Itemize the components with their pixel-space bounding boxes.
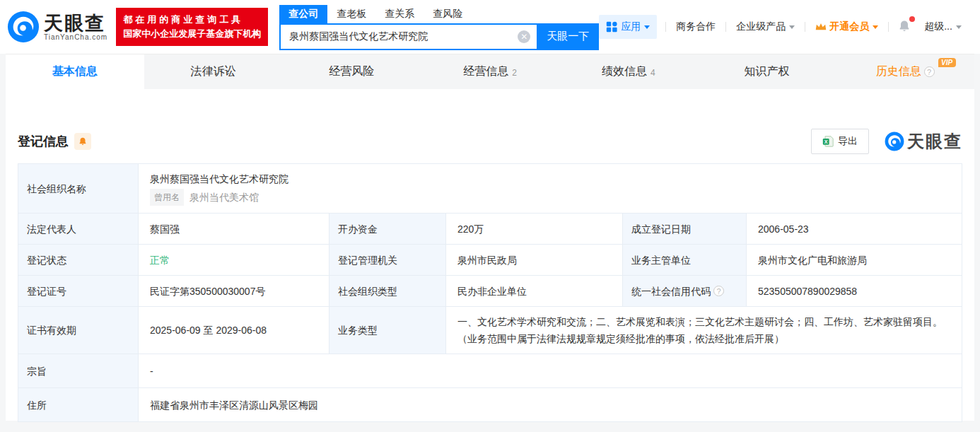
tab-label: 历史信息 [876,64,921,79]
label-reg-status: 登记状态 [18,245,139,276]
search-tab-boss[interactable]: 查老板 [327,5,375,23]
export-label: 导出 [838,135,858,148]
tianyancha-logo-icon [7,11,40,43]
value-capital: 220万 [446,214,623,245]
tianyancha-logo[interactable]: 天眼查 TianYanCha.com [7,11,107,43]
tab-label: 知识产权 [744,64,789,79]
chevron-down-icon [789,25,795,29]
vip-badge: VIP [938,58,956,67]
tab-label: 经营信息 [463,64,508,79]
search-button[interactable]: 天眼一下 [537,23,599,50]
label-business-type: 业务类型 [329,307,446,354]
org-name-text: 泉州蔡国强当代文化艺术研究院 [150,171,288,187]
value-reg-status: 正常 [139,245,329,276]
search-tab-risk[interactable]: 查风险 [424,5,472,23]
divider [805,22,805,32]
enterprise-menu[interactable]: 企业级产品 [729,21,802,33]
credit-code-label-text: 统一社会信用代码 [631,284,711,299]
value-cert-no: 民证字第350500030007号 [139,276,329,307]
tab-legal-proceedings[interactable]: 法律诉讼 [144,54,283,89]
chevron-down-icon [956,25,962,29]
tab-performance-info[interactable]: 绩效信息 4 [559,54,698,89]
label-org-name: 社会组织名称 [18,164,139,214]
tab-intellectual-property[interactable]: 知识产权 [698,54,836,89]
label-purpose: 宗旨 [18,354,139,388]
business-coop-link[interactable]: 商务合作 [669,21,723,33]
question-circle-icon[interactable]: ? [713,286,724,296]
tab-count: 2 [512,68,517,78]
search-input[interactable] [279,23,537,50]
clear-icon[interactable]: ✕ [518,30,530,43]
search-tab-relation[interactable]: 查关系 [375,5,424,23]
account-label: 超级... [924,21,952,33]
tab-label: 经营风险 [329,64,374,79]
enterprise-label: 企业级产品 [736,21,786,33]
question-circle-icon[interactable]: ? [924,66,935,77]
chevron-down-icon [873,25,878,29]
divider [725,22,726,32]
business-coop-label: 商务合作 [676,21,716,33]
logo-text: 天眼查 TianYanCha.com [44,13,107,41]
basic-info-content: 登记信息 X 导出 [6,89,974,422]
label-est-date: 成立登记日期 [623,214,747,245]
label-address: 住所 [18,388,139,422]
account-menu[interactable]: 超级... [917,21,969,33]
label-cert-no: 登记证号 [18,276,139,307]
tab-count: 4 [651,68,655,78]
chevron-down-icon [644,25,650,29]
search-tabs: 查公司 查老板 查关系 查风险 [279,4,599,23]
section-title: 登记信息 [18,133,69,150]
svg-text:X: X [824,139,828,145]
apps-label: 应用 [621,21,641,33]
tab-operational-risk[interactable]: 经营风险 [282,54,421,89]
vip-upgrade-menu[interactable]: 开通会员 [808,21,885,33]
search-module: 查公司 查老板 查关系 查风险 ✕ 天眼一下 [279,4,599,50]
search-tab-company[interactable]: 查公司 [279,5,327,23]
former-name-tag: 曾用名 [150,189,184,206]
apps-menu[interactable]: 应用 [599,15,657,39]
divider [665,22,666,32]
brand-slogan-badge: 都在用的商业查询工具 国家中小企业发展子基金旗下机构 [116,8,268,46]
label-legal-rep: 法定代表人 [18,214,139,245]
logo-name: 天眼查 [44,13,107,33]
notifications-button[interactable] [892,19,917,35]
monitor-bell-button[interactable] [74,133,91,150]
value-org-name: 泉州蔡国强当代文化艺术研究院 曾用名 泉州当代美术馆 [139,164,962,214]
tab-basic-info[interactable]: 基本信息 [6,54,144,89]
watermark-text: 天眼查 [907,130,962,153]
value-purpose: - [139,354,962,388]
export-button[interactable]: X 导出 [811,129,869,154]
section-header: 登记信息 X 导出 [18,89,962,154]
value-supervisor: 泉州市文化广电和旅游局 [747,245,962,276]
tab-business-info[interactable]: 经营信息 2 [421,54,559,89]
value-credit-code: 523505007890029858 [747,276,962,307]
crown-icon [815,22,827,32]
slogan-line1: 都在用的商业查询工具 [123,13,261,27]
apps-grid-icon [606,21,617,33]
value-cert-validity: 2025-06-09 至 2029-06-08 [139,307,329,354]
value-est-date: 2006-05-23 [747,214,962,245]
top-menu: 应用 商务合作 企业级产品 开通会员 超级.. [599,15,969,39]
tianyancha-logo-icon [885,132,904,151]
slogan-line2: 国家中小企业发展子基金旗下机构 [123,27,261,41]
detail-nav-tabs: 基本信息 法律诉讼 经营风险 经营信息 2 绩效信息 4 知识产权 历史信息 ?… [6,54,974,89]
label-capital: 开办资金 [329,214,446,245]
label-supervisor: 业务主管单位 [623,245,747,276]
tab-history-info[interactable]: 历史信息 ? VIP [836,54,974,89]
label-credit-code: 统一社会信用代码 ? [623,276,747,307]
notification-dot [909,16,915,22]
tab-label: 法律诉讼 [191,64,236,79]
tab-label: 绩效信息 [602,64,647,79]
label-org-type: 社会组织类型 [329,276,446,307]
bell-icon [78,136,88,146]
logo-domain: TianYanCha.com [44,33,107,41]
label-cert-validity: 证书有效期 [18,307,139,354]
value-reg-authority: 泉州市民政局 [446,245,623,276]
main-card: 基本信息 法律诉讼 经营风险 经营信息 2 绩效信息 4 知识产权 历史信息 ?… [6,54,974,421]
label-reg-authority: 登记管理机关 [329,245,446,276]
divider [888,22,889,32]
former-name-row: 曾用名 泉州当代美术馆 [150,189,259,206]
value-address: 福建省泉州市丰泽区清源山风景区梅园 [139,388,962,422]
vip-label: 开通会员 [829,21,869,33]
value-org-type: 民办非企业单位 [446,276,623,307]
